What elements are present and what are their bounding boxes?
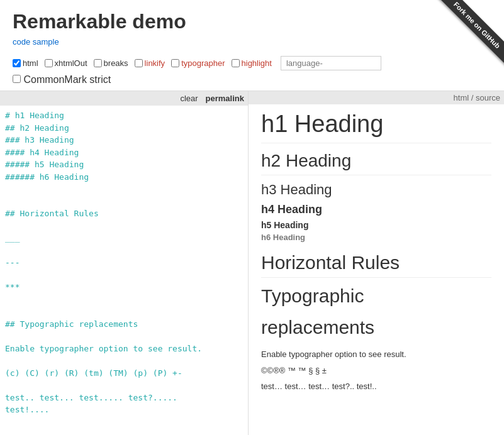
checkbox-xhtmlout-label[interactable]: xhtmlOut (45, 58, 87, 68)
clear-button[interactable]: clear (177, 93, 200, 104)
checkbox-html[interactable] (13, 59, 21, 67)
checkbox-commonmark-text: CommonMark strict (23, 74, 111, 85)
preview-typo-p3: test… test… test… test?.. test!.. (261, 380, 491, 393)
preview-h2: h2 Heading (261, 151, 491, 175)
checkbox-highlight-text: highlight (242, 58, 272, 68)
code-sample-link[interactable]: code sample (13, 37, 59, 47)
checkbox-xhtmlout-text: xhtmlOut (55, 58, 87, 68)
left-toolbar: clear permalink (0, 91, 248, 106)
checkbox-linkify-text: linkify (145, 58, 165, 68)
preview-h1: h1 Heading (261, 111, 491, 143)
editor-area[interactable]: # h1 Heading ## h2 Heading ### h3 Headin… (0, 106, 248, 435)
preview-typo-p1: Enable typographer option to see result. (261, 348, 491, 361)
main-area: clear permalink # h1 Heading ## h2 Headi… (0, 91, 504, 435)
checkbox-commonmark-label[interactable]: CommonMark strict (13, 74, 111, 85)
checkbox-linkify-label[interactable]: linkify (135, 58, 165, 68)
preview-h5: h5 Heading (261, 220, 491, 230)
page-title: Remarkable demo (13, 10, 491, 33)
checkbox-highlight-label[interactable]: highlight (232, 58, 272, 68)
preview-h3: h3 Heading (261, 182, 491, 198)
checkbox-commonmark[interactable] (13, 75, 21, 83)
permalink-button[interactable]: permalink (206, 94, 244, 103)
preview-h4: h4 Heading (261, 203, 491, 216)
preview-typo-h2b: replacements (261, 317, 491, 342)
preview-horizontal-rules: Horizontal Rules (261, 252, 491, 278)
right-toolbar: html / source (249, 91, 504, 104)
toolbar-row2: CommonMark strict (0, 74, 504, 91)
checkbox-html-label[interactable]: html (13, 58, 38, 68)
checkbox-breaks-label[interactable]: breaks (94, 58, 128, 68)
checkbox-breaks-text: breaks (104, 58, 128, 68)
checkbox-breaks[interactable] (94, 59, 102, 67)
preview-typo-p2: ©©®® ™ ™ § § ± (261, 365, 491, 377)
typo-section: Typographic replacements Enable typograp… (261, 285, 491, 393)
preview-h6: h6 Heading (261, 233, 491, 242)
github-ribbon-link[interactable]: Fork me on GitHub (434, 0, 504, 69)
github-ribbon[interactable]: Fork me on GitHub (428, 0, 504, 75)
checkbox-linkify[interactable] (135, 59, 143, 67)
right-panel: html / source h1 Heading h2 Heading h3 H… (249, 91, 504, 435)
right-toolbar-label: html / source (454, 93, 500, 102)
language-input[interactable] (281, 56, 381, 70)
checkbox-html-text: html (23, 58, 38, 68)
checkbox-typographer-label[interactable]: typographer (171, 58, 225, 68)
checkbox-highlight[interactable] (232, 59, 240, 67)
checkbox-typographer-text: typographer (181, 58, 225, 68)
preview-typo-h2a: Typographic (261, 285, 491, 311)
checkbox-typographer[interactable] (171, 59, 179, 67)
left-panel: clear permalink # h1 Heading ## h2 Headi… (0, 91, 249, 435)
preview-area: h1 Heading h2 Heading h3 Heading h4 Head… (249, 104, 504, 435)
checkbox-xhtmlout[interactable] (45, 59, 53, 67)
